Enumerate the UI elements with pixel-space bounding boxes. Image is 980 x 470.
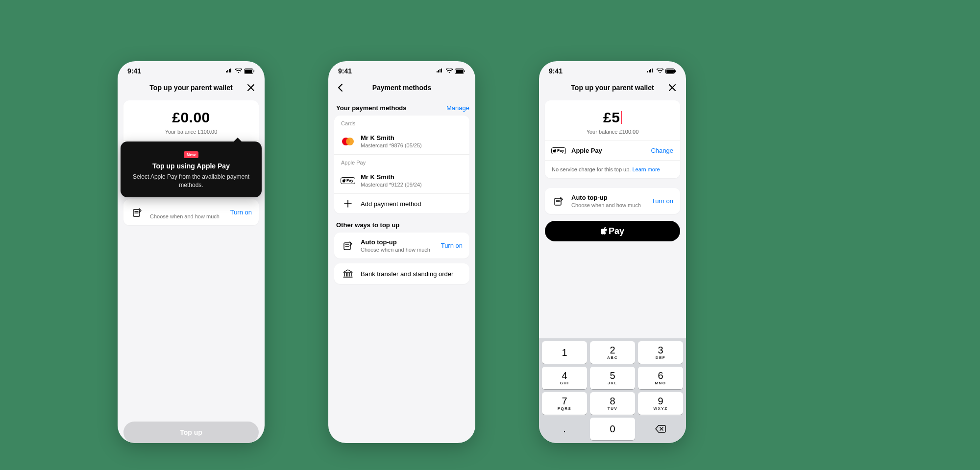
auto-topup-sub: Choose when and how much	[361, 247, 435, 253]
turn-on-link[interactable]: Turn on	[441, 242, 463, 249]
key-0[interactable]: 0	[590, 418, 635, 440]
group-cards-label: Cards	[334, 116, 469, 128]
plus-icon	[341, 200, 355, 208]
status-icons	[647, 69, 676, 74]
method-name: Apple Pay	[571, 147, 645, 154]
key-9[interactable]: 9WXYZ	[638, 392, 683, 415]
mastercard-icon	[341, 138, 355, 145]
status-bar: 9:41	[539, 61, 686, 79]
key-5[interactable]: 5JKL	[590, 367, 635, 389]
tooltip-body: Select Apple Pay from the available paym…	[131, 173, 251, 189]
auto-topup-icon	[341, 241, 355, 251]
status-time: 9:41	[127, 67, 141, 75]
key-4[interactable]: 4GHI	[542, 367, 587, 389]
apple-pay-icon: Pay	[552, 147, 565, 154]
text-caret	[621, 111, 622, 124]
card-detail: Mastercard *9122 (09/24)	[361, 182, 463, 188]
auto-topup-icon	[130, 208, 144, 217]
key-6[interactable]: 6MNO	[638, 367, 683, 389]
svg-rect-10	[675, 70, 676, 72]
turn-on-link[interactable]: Turn on	[230, 209, 252, 216]
close-icon[interactable]	[665, 81, 679, 94]
topup-button[interactable]: Top up	[123, 422, 259, 443]
auto-topup-card[interactable]: Auto top-up Choose when and how much Tur…	[334, 233, 469, 258]
add-payment-label: Add payment method	[361, 200, 463, 208]
key-3[interactable]: 3DEF	[638, 341, 683, 364]
screen-topup-applepay: 9:41 Top up your parent wallet £5 Your b…	[539, 61, 686, 443]
apple-pay-icon: Pay	[341, 177, 355, 184]
learn-more-link[interactable]: Learn more	[632, 166, 660, 172]
nav-bar: Top up your parent wallet	[118, 79, 265, 96]
key-dot[interactable]: .	[542, 418, 587, 440]
section-other-ways: Other ways to top up	[334, 213, 469, 233]
card-row-1[interactable]: Mr K Smith Mastercard *9876 (05/25)	[334, 128, 469, 154]
page-title: Payment methods	[372, 84, 432, 92]
new-badge: New	[184, 151, 199, 158]
cardholder-name: Mr K Smith	[361, 134, 463, 141]
add-payment-row[interactable]: Add payment method	[334, 194, 469, 213]
amount-value[interactable]: £5	[603, 109, 622, 126]
screen-topup-tooltip: 9:41 Top up your parent wallet £0.00 You…	[118, 61, 265, 443]
payment-method-row[interactable]: Pay Apple Pay Change	[545, 141, 680, 160]
key-1[interactable]: 1	[542, 341, 587, 364]
screen-payment-methods: 9:41 Payment methods Your payment method…	[328, 61, 475, 443]
key-8[interactable]: 8TUV	[590, 392, 635, 415]
amount-value[interactable]: £0.00	[172, 109, 210, 126]
manage-link[interactable]: Manage	[446, 104, 469, 112]
card-detail: Mastercard *9876 (05/25)	[361, 142, 463, 148]
svg-rect-6	[465, 70, 466, 72]
auto-topup-sub: Choose when and how much	[150, 213, 224, 219]
svg-rect-5	[456, 70, 463, 73]
service-charge-note: No service charge for this top up. Learn…	[545, 160, 680, 178]
applepay-row[interactable]: Pay Mr K Smith Mastercard *9122 (09/24)	[334, 167, 469, 193]
tooltip-title: Top up using Apple Pay	[131, 162, 251, 170]
bank-transfer-card[interactable]: Bank transfer and standing order	[334, 263, 469, 284]
nav-bar: Payment methods	[328, 79, 475, 96]
turn-on-link[interactable]: Turn on	[652, 197, 673, 205]
close-icon[interactable]	[244, 81, 258, 94]
svg-rect-1	[245, 70, 252, 73]
auto-topup-icon	[552, 196, 565, 206]
backspace-icon	[655, 425, 666, 433]
svg-rect-9	[666, 70, 674, 73]
nav-bar: Top up your parent wallet	[539, 79, 686, 96]
back-icon[interactable]	[333, 81, 347, 94]
balance-label: Your balance £100.00	[545, 129, 680, 141]
status-icons	[436, 69, 466, 74]
auto-topup-sub: Choose when and how much	[571, 202, 646, 208]
svg-rect-2	[254, 70, 255, 72]
apple-pay-tooltip: New Top up using Apple Pay Select Apple …	[121, 141, 262, 197]
group-applepay-label: Apple Pay	[334, 155, 469, 167]
auto-topup-title: Auto top-up	[361, 238, 435, 246]
amount-card: £5 Your balance £100.00 Pay Apple Pay Ch…	[545, 100, 680, 178]
key-7[interactable]: 7PQRS	[542, 392, 587, 415]
auto-topup-card[interactable]: Auto top-up Choose when and how much Tur…	[123, 199, 259, 225]
apple-pay-button[interactable]: Pay	[545, 221, 680, 241]
numeric-keypad: 1 2ABC 3DEF 4GHI 5JKL 6MNO 7PQRS 8TUV 9W…	[539, 338, 686, 443]
key-backspace[interactable]	[638, 418, 683, 440]
status-time: 9:41	[549, 67, 563, 75]
apple-pay-button-label: Pay	[609, 226, 624, 236]
change-link[interactable]: Change	[651, 147, 673, 154]
bank-transfer-label: Bank transfer and standing order	[361, 270, 463, 278]
status-bar: 9:41	[328, 61, 475, 79]
bank-icon	[341, 269, 355, 278]
auto-topup-title: Auto top-up	[571, 194, 646, 201]
page-title: Top up your parent wallet	[571, 84, 654, 92]
auto-topup-card[interactable]: Auto top-up Choose when and how much Tur…	[545, 188, 680, 214]
status-time: 9:41	[338, 67, 352, 75]
key-2[interactable]: 2ABC	[590, 341, 635, 364]
section-your-methods: Your payment methods	[334, 96, 409, 116]
status-icons	[225, 69, 255, 74]
status-bar: 9:41	[118, 61, 265, 79]
page-title: Top up your parent wallet	[149, 84, 232, 92]
payment-methods-card: Cards Mr K Smith Mastercard *9876 (05/25…	[334, 116, 469, 213]
cardholder-name: Mr K Smith	[361, 173, 463, 181]
